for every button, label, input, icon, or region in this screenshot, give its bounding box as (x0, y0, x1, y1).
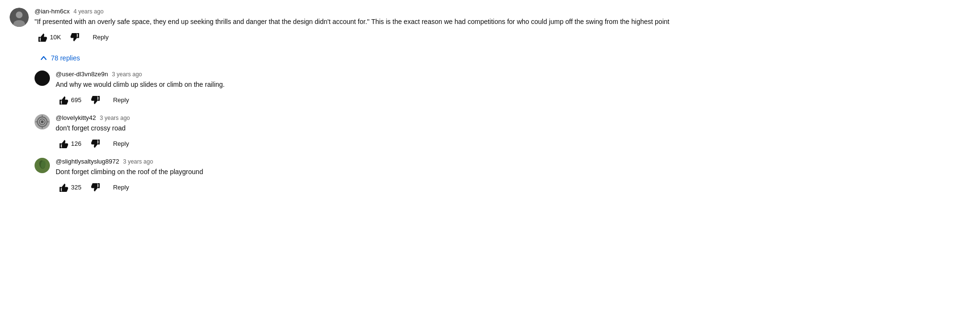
reply-comment-2: @slightlysaltyslug8972 3 years ago Dont … (35, 158, 729, 194)
reply-button-1[interactable]: Reply (107, 137, 135, 150)
reply-avatar-0 (35, 71, 50, 86)
main-comment-username: @ian-hm6cx (35, 8, 70, 15)
reply-like-count-1: 126 (71, 140, 82, 147)
reply-header-1: @lovelykitty42 3 years ago (56, 114, 729, 121)
reply-body-2: @slightlysaltyslug8972 3 years ago Dont … (56, 158, 729, 194)
reply-like-count-2: 325 (71, 184, 82, 191)
thumbs-up-icon-0 (59, 96, 68, 105)
reply-body-0: @user-dl3vn8ze9n 3 years ago And why we … (56, 71, 729, 106)
main-comment: @ian-hm6cx 4 years ago "If presented wit… (10, 8, 729, 44)
reply-thumbs-up-0[interactable]: 695 (56, 94, 85, 106)
reply-thumbs-down-2[interactable] (87, 181, 104, 194)
svg-point-1 (16, 12, 23, 18)
main-comment-text: "If presented with an overly safe space,… (35, 17, 729, 27)
reply-text-1: don't forget crossy road (56, 123, 729, 133)
reply-actions-1: 126 Reply (56, 137, 729, 150)
reply-header-0: @user-dl3vn8ze9n 3 years ago (56, 71, 729, 78)
thumbs-down-icon-1 (91, 140, 100, 148)
main-reply-button[interactable]: Reply (87, 31, 114, 44)
reply-actions-0: 695 Reply (56, 94, 729, 106)
reply-username-0: @user-dl3vn8ze9n (56, 71, 108, 78)
thumbs-down-icon (71, 33, 79, 42)
main-comment-actions: 10K Reply (35, 31, 729, 44)
replies-toggle[interactable]: 78 replies (35, 51, 86, 65)
main-thumbs-down-button[interactable] (67, 31, 83, 44)
replies-container: @user-dl3vn8ze9n 3 years ago And why we … (35, 71, 729, 194)
replies-count: 78 replies (51, 54, 80, 62)
reply-like-count-0: 695 (71, 96, 82, 104)
main-like-count: 10K (50, 34, 61, 41)
main-comment-timestamp: 4 years ago (73, 8, 104, 15)
reply-body-1: @lovelykitty42 3 years ago don't forget … (56, 114, 729, 150)
comment-section: @ian-hm6cx 4 years ago "If presented wit… (10, 8, 729, 194)
reply-timestamp-0: 3 years ago (112, 71, 142, 78)
reply-thumbs-down-1[interactable] (87, 138, 104, 150)
reply-actions-2: 325 Reply (56, 181, 729, 194)
reply-thumbs-up-2[interactable]: 325 (56, 181, 85, 194)
thumbs-down-icon-2 (91, 183, 100, 192)
reply-text-2: Dont forget climbing on the roof of the … (56, 167, 729, 177)
reply-avatar-2 (35, 158, 50, 173)
reply-username-1: @lovelykitty42 (56, 114, 96, 121)
thumbs-up-icon-2 (59, 183, 68, 192)
main-comment-avatar (10, 8, 29, 27)
main-comment-body: @ian-hm6cx 4 years ago "If presented wit… (35, 8, 729, 44)
chevron-up-icon (40, 55, 47, 61)
svg-point-3 (35, 71, 50, 86)
thumbs-down-icon-0 (91, 96, 100, 105)
reply-timestamp-1: 3 years ago (100, 115, 130, 121)
reply-timestamp-2: 3 years ago (123, 158, 153, 165)
svg-point-7 (41, 120, 44, 123)
reply-avatar-1 (35, 114, 50, 130)
reply-button-0[interactable]: Reply (107, 94, 135, 106)
thumbs-up-icon (38, 33, 47, 42)
reply-comment-0: @user-dl3vn8ze9n 3 years ago And why we … (35, 71, 729, 106)
main-thumbs-up-button[interactable]: 10K (35, 31, 65, 44)
reply-username-2: @slightlysaltyslug8972 (56, 158, 119, 165)
reply-header-2: @slightlysaltyslug8972 3 years ago (56, 158, 729, 165)
reply-comment-1: @lovelykitty42 3 years ago don't forget … (35, 114, 729, 150)
reply-text-0: And why we would climb up slides or clim… (56, 80, 729, 90)
main-comment-header: @ian-hm6cx 4 years ago (35, 8, 729, 15)
thumbs-up-icon-1 (59, 140, 68, 148)
reply-button-2[interactable]: Reply (107, 181, 135, 194)
reply-thumbs-up-1[interactable]: 126 (56, 138, 85, 150)
reply-thumbs-down-0[interactable] (87, 94, 104, 106)
